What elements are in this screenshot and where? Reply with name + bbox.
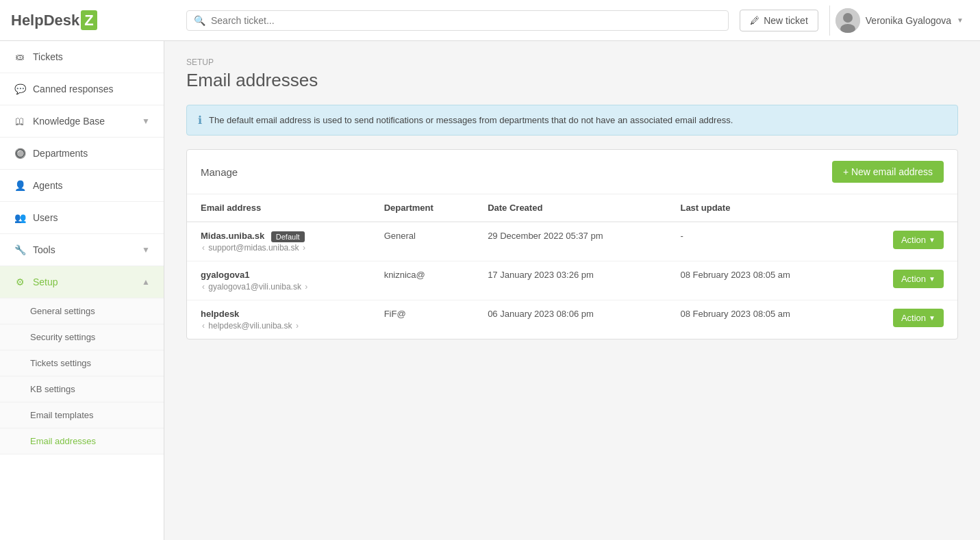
setup-submenu: General settings Security settings Ticke… bbox=[0, 298, 164, 454]
sidebar-item-departments[interactable]: 🔘 Departments bbox=[0, 138, 164, 170]
page-title: Email addresses bbox=[186, 70, 958, 91]
default-badge: Default bbox=[271, 231, 305, 242]
setup-icon: ⚙ bbox=[14, 276, 26, 288]
chat-icon: 💬 bbox=[14, 83, 26, 95]
search-bar[interactable]: 🔍 bbox=[186, 10, 729, 31]
ticket-icon: 🎟 bbox=[14, 51, 26, 63]
cell-date-created: 17 January 2023 03:26 pm bbox=[474, 261, 666, 300]
col-last-update: Last update bbox=[666, 194, 852, 222]
email-address-small: ‹ gyalogova1@vili.uniba.sk › bbox=[201, 282, 357, 292]
col-date-created: Date Created bbox=[474, 194, 666, 222]
tools-icon: 🔧 bbox=[14, 244, 26, 256]
email-name: Midas.uniba.sk Default bbox=[201, 231, 357, 241]
table-row: Midas.uniba.sk Default‹ support@midas.un… bbox=[187, 222, 957, 261]
action-label: Action bbox=[901, 274, 926, 284]
cell-email-address: Midas.uniba.sk Default‹ support@midas.un… bbox=[187, 222, 370, 261]
table-row: gyalogova1‹ gyalogova1@vili.uniba.sk ›kn… bbox=[187, 261, 957, 300]
caret-icon: ▼ bbox=[929, 314, 935, 322]
sidebar-subitem-general-settings[interactable]: General settings bbox=[0, 298, 164, 324]
col-email-address: Email address bbox=[187, 194, 370, 222]
new-ticket-label: New ticket bbox=[764, 15, 808, 26]
manage-card: Manage + New email address Email address… bbox=[186, 149, 958, 339]
user-name: Veronika Gyalogova bbox=[866, 15, 951, 26]
departments-icon: 🔘 bbox=[14, 147, 26, 159]
chevron-down-icon: ▼ bbox=[142, 245, 150, 255]
cell-date-created: 29 December 2022 05:37 pm bbox=[474, 222, 666, 261]
header-actions: 🖉 New ticket Veronika Gyalogova ▼ bbox=[740, 5, 969, 36]
cell-department: FiF@ bbox=[370, 300, 475, 339]
action-button-0[interactable]: Action ▼ bbox=[893, 231, 944, 249]
manage-title: Manage bbox=[201, 166, 238, 178]
cell-department: General bbox=[370, 222, 475, 261]
sidebar: 🎟 Tickets 💬 Canned responses 🕮 Knowledge… bbox=[0, 41, 164, 540]
cell-last-update: 08 February 2023 08:05 am bbox=[666, 300, 852, 339]
top-header: HelpDeskZ 🔍 🖉 New ticket Veronika Gyalog… bbox=[0, 0, 980, 41]
search-input[interactable] bbox=[211, 15, 721, 26]
new-email-address-button[interactable]: + New email address bbox=[832, 161, 944, 183]
manage-header: Manage + New email address bbox=[187, 150, 957, 194]
new-ticket-button[interactable]: 🖉 New ticket bbox=[740, 10, 818, 31]
sidebar-item-knowledge-base[interactable]: 🕮 Knowledge Base ▼ bbox=[0, 105, 164, 138]
action-button-2[interactable]: Action ▼ bbox=[893, 309, 944, 327]
caret-icon: ▼ bbox=[929, 275, 935, 283]
agents-icon: 👤 bbox=[14, 179, 26, 192]
sidebar-item-tools[interactable]: 🔧 Tools ▼ bbox=[0, 234, 164, 266]
breadcrumb: SETUP bbox=[186, 57, 958, 67]
search-icon: 🔍 bbox=[194, 15, 205, 26]
book-icon: 🕮 bbox=[14, 115, 26, 127]
email-address-small: ‹ helpdesk@vili.uniba.sk › bbox=[201, 321, 357, 331]
sidebar-subitem-email-templates[interactable]: Email templates bbox=[0, 402, 164, 428]
sidebar-subitem-email-addresses[interactable]: Email addresses bbox=[0, 428, 164, 454]
sidebar-subitem-tickets-settings[interactable]: Tickets settings bbox=[0, 350, 164, 376]
avatar bbox=[835, 8, 860, 33]
svg-point-1 bbox=[843, 13, 853, 23]
email-name: gyalogova1 bbox=[201, 270, 357, 280]
cell-action: Action ▼ bbox=[852, 222, 957, 261]
info-icon: ℹ bbox=[198, 114, 202, 127]
action-button-1[interactable]: Action ▼ bbox=[893, 270, 944, 288]
cell-email-address: helpdesk‹ helpdesk@vili.uniba.sk › bbox=[187, 300, 370, 339]
sidebar-item-agents[interactable]: 👤 Agents bbox=[0, 170, 164, 202]
users-icon: 👥 bbox=[14, 211, 26, 224]
logo-text: HelpDeskZ bbox=[11, 12, 97, 29]
new-ticket-icon: 🖉 bbox=[750, 15, 759, 26]
cell-action: Action ▼ bbox=[852, 261, 957, 300]
cell-email-address: gyalogova1‹ gyalogova1@vili.uniba.sk › bbox=[187, 261, 370, 300]
sidebar-item-setup[interactable]: ⚙ Setup ▲ bbox=[0, 266, 164, 298]
chevron-down-icon: ▼ bbox=[142, 116, 150, 126]
cell-action: Action ▼ bbox=[852, 300, 957, 339]
email-addresses-table: Email address Department Date Created La… bbox=[187, 194, 957, 339]
col-action bbox=[852, 194, 957, 222]
email-name: helpdesk bbox=[201, 309, 357, 319]
info-banner: ℹ The default email address is used to s… bbox=[186, 105, 958, 136]
logo-letter: Z bbox=[81, 10, 97, 30]
sidebar-subitem-kb-settings[interactable]: KB settings bbox=[0, 376, 164, 402]
logo: HelpDeskZ bbox=[11, 12, 175, 29]
user-menu-chevron-icon: ▼ bbox=[957, 16, 964, 24]
sidebar-item-tickets[interactable]: 🎟 Tickets bbox=[0, 41, 164, 73]
info-banner-text: The default email address is used to sen… bbox=[209, 115, 733, 125]
sidebar-subitem-security-settings[interactable]: Security settings bbox=[0, 324, 164, 350]
caret-icon: ▼ bbox=[929, 236, 935, 244]
chevron-up-icon: ▲ bbox=[142, 277, 150, 287]
table-row: helpdesk‹ helpdesk@vili.uniba.sk ›FiF@06… bbox=[187, 300, 957, 339]
sidebar-item-canned-responses[interactable]: 💬 Canned responses bbox=[0, 73, 164, 105]
user-menu[interactable]: Veronika Gyalogova ▼ bbox=[829, 5, 969, 36]
col-department: Department bbox=[370, 194, 475, 222]
main-layout: 🎟 Tickets 💬 Canned responses 🕮 Knowledge… bbox=[0, 41, 980, 540]
email-address-small: ‹ support@midas.uniba.sk › bbox=[201, 243, 357, 253]
cell-date-created: 06 January 2023 08:06 pm bbox=[474, 300, 666, 339]
action-label: Action bbox=[901, 235, 926, 245]
cell-last-update: - bbox=[666, 222, 852, 261]
cell-last-update: 08 February 2023 08:05 am bbox=[666, 261, 852, 300]
main-content: SETUP Email addresses ℹ The default emai… bbox=[164, 41, 980, 540]
sidebar-item-users[interactable]: 👥 Users bbox=[0, 202, 164, 234]
action-label: Action bbox=[901, 313, 926, 323]
cell-department: kniznica@ bbox=[370, 261, 475, 300]
